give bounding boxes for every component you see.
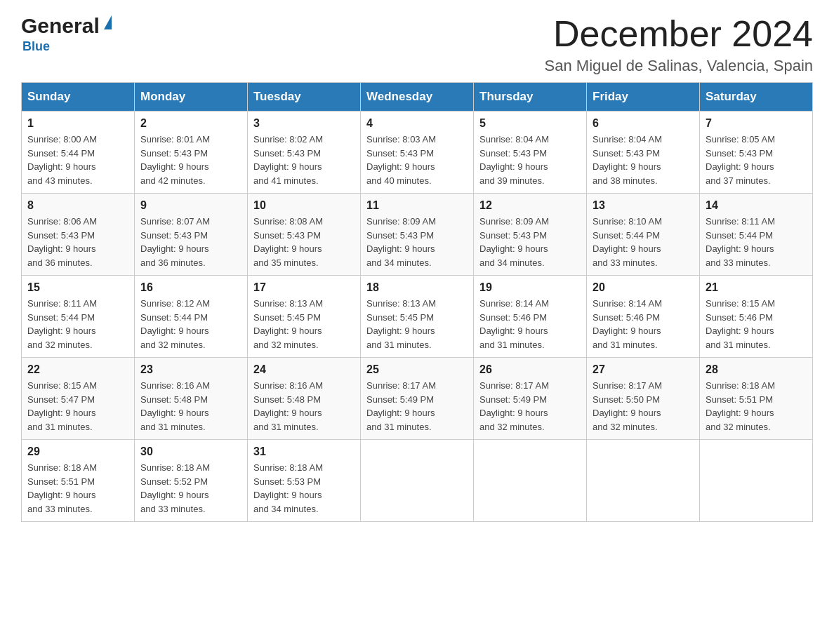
day-number: 19 [479,281,581,294]
day-number: 25 [366,363,468,376]
calendar-cell: 30Sunrise: 8:18 AMSunset: 5:52 PMDayligh… [135,440,248,522]
day-number: 2 [140,117,241,130]
calendar-cell: 2Sunrise: 8:01 AMSunset: 5:43 PMDaylight… [135,112,248,194]
calendar-cell: 14Sunrise: 8:11 AMSunset: 5:44 PMDayligh… [700,194,813,276]
day-number: 28 [706,363,807,376]
calendar-cell: 19Sunrise: 8:14 AMSunset: 5:46 PMDayligh… [474,276,587,358]
calendar-cell: 26Sunrise: 8:17 AMSunset: 5:49 PMDayligh… [474,358,587,440]
day-info: Sunrise: 8:18 AMSunset: 5:51 PMDaylight:… [27,461,128,516]
calendar-cell [587,440,700,522]
calendar-cell: 25Sunrise: 8:17 AMSunset: 5:49 PMDayligh… [361,358,474,440]
col-tuesday: Tuesday [248,83,361,112]
page-header: General Blue December 2024 San Miguel de… [21,14,813,75]
calendar-cell: 12Sunrise: 8:09 AMSunset: 5:43 PMDayligh… [474,194,587,276]
calendar-cell: 17Sunrise: 8:13 AMSunset: 5:45 PMDayligh… [248,276,361,358]
day-number: 11 [366,199,468,212]
day-number: 22 [27,363,128,376]
day-number: 21 [706,281,807,294]
day-info: Sunrise: 8:07 AMSunset: 5:43 PMDaylight:… [140,215,241,269]
calendar-cell: 4Sunrise: 8:03 AMSunset: 5:43 PMDaylight… [361,112,474,194]
calendar-cell: 5Sunrise: 8:04 AMSunset: 5:43 PMDaylight… [474,112,587,194]
day-number: 7 [706,117,807,130]
day-number: 12 [479,199,581,212]
day-info: Sunrise: 8:04 AMSunset: 5:43 PMDaylight:… [479,133,581,187]
day-info: Sunrise: 8:11 AMSunset: 5:44 PMDaylight:… [27,297,128,351]
day-info: Sunrise: 8:17 AMSunset: 5:50 PMDaylight:… [593,379,694,434]
day-info: Sunrise: 8:16 AMSunset: 5:48 PMDaylight:… [140,379,241,434]
calendar-cell: 8Sunrise: 8:06 AMSunset: 5:43 PMDaylight… [22,194,135,276]
day-info: Sunrise: 8:14 AMSunset: 5:46 PMDaylight:… [479,297,581,351]
logo: General Blue [21,14,112,54]
day-number: 5 [479,117,581,130]
day-number: 26 [479,363,581,376]
day-number: 23 [140,363,241,376]
day-number: 27 [593,363,694,376]
col-monday: Monday [135,83,248,112]
location: San Miguel de Salinas, Valencia, Spain [545,57,813,75]
calendar-cell [361,440,474,522]
day-info: Sunrise: 8:12 AMSunset: 5:44 PMDaylight:… [140,297,241,351]
day-number: 14 [706,199,807,212]
day-info: Sunrise: 8:02 AMSunset: 5:43 PMDaylight:… [253,133,355,187]
day-number: 6 [593,117,694,130]
day-number: 20 [593,281,694,294]
calendar-cell: 15Sunrise: 8:11 AMSunset: 5:44 PMDayligh… [22,276,135,358]
day-info: Sunrise: 8:04 AMSunset: 5:43 PMDaylight:… [593,133,694,187]
calendar-week-row: 29Sunrise: 8:18 AMSunset: 5:51 PMDayligh… [22,440,813,522]
day-number: 17 [253,281,355,294]
day-info: Sunrise: 8:03 AMSunset: 5:43 PMDaylight:… [366,133,468,187]
title-block: December 2024 San Miguel de Salinas, Val… [545,14,813,75]
day-number: 31 [253,445,355,458]
col-thursday: Thursday [474,83,587,112]
day-number: 15 [27,281,128,294]
day-number: 24 [253,363,355,376]
day-number: 13 [593,199,694,212]
calendar-week-row: 15Sunrise: 8:11 AMSunset: 5:44 PMDayligh… [22,276,813,358]
day-info: Sunrise: 8:09 AMSunset: 5:43 PMDaylight:… [366,215,468,269]
month-title: December 2024 [545,14,813,54]
calendar-cell: 9Sunrise: 8:07 AMSunset: 5:43 PMDaylight… [135,194,248,276]
logo-blue-text: Blue [22,39,50,54]
day-number: 16 [140,281,241,294]
day-info: Sunrise: 8:10 AMSunset: 5:44 PMDaylight:… [593,215,694,269]
calendar-header-row: Sunday Monday Tuesday Wednesday Thursday… [22,83,813,112]
calendar-cell: 24Sunrise: 8:16 AMSunset: 5:48 PMDayligh… [248,358,361,440]
calendar-cell [474,440,587,522]
calendar-cell: 28Sunrise: 8:18 AMSunset: 5:51 PMDayligh… [700,358,813,440]
calendar-cell: 7Sunrise: 8:05 AMSunset: 5:43 PMDaylight… [700,112,813,194]
day-number: 4 [366,117,468,130]
day-number: 3 [253,117,355,130]
day-number: 18 [366,281,468,294]
day-info: Sunrise: 8:18 AMSunset: 5:53 PMDaylight:… [253,461,355,516]
col-wednesday: Wednesday [361,83,474,112]
day-number: 30 [140,445,241,458]
logo-triangle-icon [104,15,112,29]
col-friday: Friday [587,83,700,112]
day-info: Sunrise: 8:16 AMSunset: 5:48 PMDaylight:… [253,379,355,434]
calendar-cell: 13Sunrise: 8:10 AMSunset: 5:44 PMDayligh… [587,194,700,276]
day-info: Sunrise: 8:06 AMSunset: 5:43 PMDaylight:… [27,215,128,269]
day-info: Sunrise: 8:17 AMSunset: 5:49 PMDaylight:… [366,379,468,434]
calendar-cell: 6Sunrise: 8:04 AMSunset: 5:43 PMDaylight… [587,112,700,194]
calendar-cell: 29Sunrise: 8:18 AMSunset: 5:51 PMDayligh… [22,440,135,522]
day-info: Sunrise: 8:15 AMSunset: 5:46 PMDaylight:… [706,297,807,351]
day-number: 9 [140,199,241,212]
calendar-cell: 23Sunrise: 8:16 AMSunset: 5:48 PMDayligh… [135,358,248,440]
calendar-cell [700,440,813,522]
logo-text: General [21,14,100,38]
day-info: Sunrise: 8:13 AMSunset: 5:45 PMDaylight:… [366,297,468,351]
calendar-cell: 16Sunrise: 8:12 AMSunset: 5:44 PMDayligh… [135,276,248,358]
day-number: 29 [27,445,128,458]
calendar-cell: 31Sunrise: 8:18 AMSunset: 5:53 PMDayligh… [248,440,361,522]
day-info: Sunrise: 8:09 AMSunset: 5:43 PMDaylight:… [479,215,581,269]
day-info: Sunrise: 8:05 AMSunset: 5:43 PMDaylight:… [706,133,807,187]
day-info: Sunrise: 8:11 AMSunset: 5:44 PMDaylight:… [706,215,807,269]
day-info: Sunrise: 8:14 AMSunset: 5:46 PMDaylight:… [593,297,694,351]
calendar-cell: 20Sunrise: 8:14 AMSunset: 5:46 PMDayligh… [587,276,700,358]
day-number: 1 [27,117,128,130]
day-info: Sunrise: 8:00 AMSunset: 5:44 PMDaylight:… [27,133,128,187]
calendar-week-row: 1Sunrise: 8:00 AMSunset: 5:44 PMDaylight… [22,112,813,194]
day-number: 10 [253,199,355,212]
day-info: Sunrise: 8:01 AMSunset: 5:43 PMDaylight:… [140,133,241,187]
calendar-table: Sunday Monday Tuesday Wednesday Thursday… [21,82,813,522]
